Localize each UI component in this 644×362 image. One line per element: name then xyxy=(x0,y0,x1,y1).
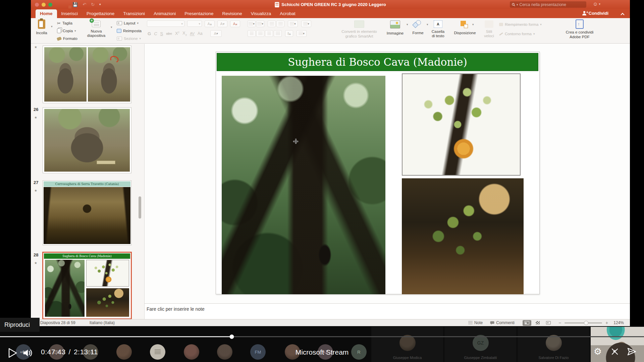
cut-button[interactable]: ✂ Taglia xyxy=(57,20,72,26)
arrange-button[interactable]: Disposizione xyxy=(451,19,479,35)
paste-button[interactable]: Incolla xyxy=(34,19,50,35)
bullet-list-button[interactable]: ▾ xyxy=(248,20,256,27)
slide-27-thumbnail[interactable]: Cerrosughera di Serra Travetto (Catania) xyxy=(43,180,131,245)
italic-button[interactable]: C xyxy=(154,31,157,36)
zoom-percentage[interactable]: 124% xyxy=(613,320,624,325)
character-spacing-button[interactable]: AV xyxy=(190,32,195,36)
exit-fullscreen-icon[interactable] xyxy=(610,347,619,356)
zoom-slider[interactable] xyxy=(565,322,602,323)
botanical-illustration-frame[interactable] xyxy=(402,73,521,176)
slide-sorter-view-button[interactable] xyxy=(533,320,542,326)
image-chevron-icon[interactable]: ▾ xyxy=(407,23,408,26)
insert-image-button[interactable]: Immagine xyxy=(385,19,405,35)
redo-icon[interactable]: ↻ xyxy=(91,2,95,7)
zoom-slider-knob[interactable] xyxy=(584,321,588,325)
arrange-chevron-icon[interactable]: ▾ xyxy=(472,23,474,26)
panel-scrollbar[interactable] xyxy=(139,196,141,219)
zoom-out-button[interactable]: − xyxy=(558,320,561,325)
new-slide-button[interactable]: + Nuova diapositiva xyxy=(83,19,109,38)
align-text-button[interactable]: ▾ xyxy=(297,30,307,37)
tab-visualizza[interactable]: Visualizza xyxy=(247,9,276,18)
slide-28-thumbnail-selected[interactable]: Sughera di Bosco Cava (Madonie) xyxy=(43,252,131,319)
notes-area[interactable]: Fare clic per inserire le note xyxy=(145,303,630,319)
font-name-select[interactable]: ▾ xyxy=(147,20,184,27)
participant-tile[interactable]: Salvatore Di Fazio xyxy=(518,327,590,362)
tab-home[interactable]: Home xyxy=(36,9,57,18)
zoom-window-button[interactable] xyxy=(48,3,52,7)
shape-fill-button[interactable]: Riempimento forma ▾ xyxy=(499,21,542,27)
subscript-button[interactable]: X2 xyxy=(182,31,187,37)
participant-tile[interactable]: Giuseppe Modica xyxy=(371,327,443,362)
search-input[interactable]: ▾ Cerca nella presentazione xyxy=(510,1,586,8)
justify-button[interactable] xyxy=(274,30,282,37)
format-painter-button[interactable]: Formato xyxy=(57,36,77,42)
share-paper-plane-icon[interactable] xyxy=(627,347,637,356)
tab-inserisci[interactable]: Inserisci xyxy=(57,9,83,18)
shapes-chevron-icon[interactable]: ▾ xyxy=(427,23,428,26)
create-pdf-button[interactable]: Crea e condividi Adobe PDF xyxy=(561,19,598,40)
line-spacing-button[interactable]: ▾ xyxy=(288,20,298,27)
slideshow-view-button[interactable] xyxy=(544,320,553,326)
text-box-button[interactable]: A Casella di testo xyxy=(429,19,447,38)
new-slide-chevron-icon[interactable]: ▾ xyxy=(111,25,112,29)
undo-icon[interactable]: ↶ xyxy=(83,2,86,7)
font-size-select[interactable]: ▾ xyxy=(187,20,202,27)
copy-button[interactable]: Copia ▾ xyxy=(57,28,76,34)
feedback-smiley-button[interactable]: ☺ ▾ xyxy=(593,1,600,7)
reset-slide-button[interactable]: Reimposta xyxy=(117,28,142,34)
strikethrough-button[interactable]: abc xyxy=(166,32,172,36)
quick-styles-button[interactable]: Stili veloci xyxy=(482,19,496,38)
numbered-list-button[interactable]: ▾ xyxy=(256,20,264,27)
progress-played xyxy=(0,336,232,337)
bold-button[interactable]: G xyxy=(148,31,151,36)
align-left-button[interactable] xyxy=(248,30,256,37)
close-window-button[interactable] xyxy=(35,3,39,7)
save-icon[interactable]: 💾 xyxy=(72,2,78,7)
tab-presentazione[interactable]: Presentazione xyxy=(180,9,218,18)
tab-transizioni[interactable]: Transizioni xyxy=(119,9,149,18)
normal-view-button[interactable] xyxy=(523,320,531,326)
toolbar-options-chevron-icon[interactable]: ▾ xyxy=(99,3,101,6)
participant-tile[interactable]: GZ Giuseppe Zimbalatti xyxy=(444,327,517,362)
increase-indent-button[interactable] xyxy=(276,20,284,27)
progress-knob[interactable] xyxy=(230,335,234,339)
change-case-button[interactable]: Aa xyxy=(198,31,203,36)
slide-26-thumbnail[interactable] xyxy=(43,107,131,173)
text-direction-button[interactable]: ‖▴ xyxy=(285,30,293,37)
minimize-window-button[interactable] xyxy=(42,3,46,7)
search-scope-chevron-icon[interactable]: ▾ xyxy=(517,3,518,6)
layout-button[interactable]: Layout ▾ xyxy=(117,20,139,26)
slide-25-thumbnail[interactable] xyxy=(43,46,131,103)
align-right-button[interactable] xyxy=(265,30,273,37)
tab-revisione[interactable]: Revisione xyxy=(218,9,246,18)
increase-font-button[interactable]: A▴ xyxy=(205,20,215,27)
columns-button[interactable]: ▾ xyxy=(301,20,311,27)
decrease-indent-button[interactable] xyxy=(268,20,276,27)
seedling-photo[interactable] xyxy=(402,178,524,294)
cork-oak-photo[interactable] xyxy=(222,76,385,294)
paste-chevron-icon[interactable]: ▾ xyxy=(51,25,53,28)
zoom-in-button[interactable]: + xyxy=(605,320,608,325)
slide-title-banner[interactable]: Sughera di Bosco Cava (Madonie) xyxy=(217,53,538,71)
font-color-button[interactable]: A▾ xyxy=(210,30,222,37)
shapes-button[interactable]: Forme xyxy=(410,19,426,35)
collapse-ribbon-button[interactable] xyxy=(621,12,624,16)
convert-smartart-button[interactable]: Converti in elemento grafico SmartArt xyxy=(339,19,379,39)
clear-formatting-button[interactable]: A𝄪 xyxy=(230,20,240,27)
settings-gear-icon[interactable]: ⚙ xyxy=(594,346,602,357)
shape-outline-button[interactable]: Contorno forma ▾ xyxy=(499,31,535,37)
superscript-button[interactable]: X2 xyxy=(175,31,179,36)
tab-animazioni[interactable]: Animazioni xyxy=(149,9,180,18)
comments-button[interactable]: Commenti xyxy=(496,320,515,325)
language-indicator[interactable]: Italiano (Italia) xyxy=(90,320,115,325)
tab-progettazione[interactable]: Progettazione xyxy=(82,9,119,18)
share-button[interactable]: + Condividi xyxy=(582,11,608,16)
slide-canvas[interactable]: Sughera di Bosco Cava (Madonie) xyxy=(216,52,540,294)
notes-toggle-button[interactable]: Note xyxy=(474,320,483,325)
decrease-font-button[interactable]: A▾ xyxy=(217,20,227,27)
section-button[interactable]: Sezione ▾ xyxy=(117,36,141,42)
tab-acrobat[interactable]: Acrobat xyxy=(275,9,300,18)
align-center-button[interactable] xyxy=(256,30,264,37)
video-progress-bar[interactable] xyxy=(0,336,644,337)
underline-button[interactable]: S xyxy=(160,31,163,36)
